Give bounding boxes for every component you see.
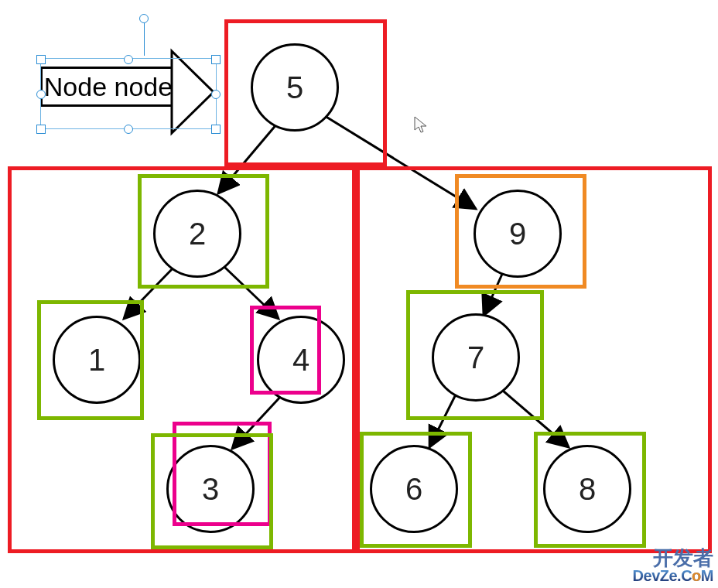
tree-node-7: 7 [432, 313, 520, 402]
tree-node-6: 6 [370, 445, 458, 533]
svg-line-4 [124, 267, 174, 319]
selection-box[interactable] [40, 58, 217, 129]
tree-node-8: 8 [543, 445, 631, 533]
svg-line-3 [325, 116, 476, 209]
diagram-stage: { "diagram": { "arrow_label": "Node node… [0, 0, 718, 588]
tree-node-4: 4 [257, 316, 345, 404]
tree-node-9: 9 [474, 190, 562, 278]
tree-node-2: 2 [153, 190, 241, 278]
tree-node-5: 5 [251, 43, 339, 132]
watermark: 开发者 DevZe.CoM [633, 548, 713, 583]
rotate-handle[interactable] [139, 14, 149, 23]
mouse-cursor-icon [414, 116, 428, 139]
svg-line-2 [218, 124, 277, 193]
svg-line-8 [429, 393, 456, 447]
svg-line-6 [232, 395, 282, 449]
tree-node-3: 3 [166, 445, 255, 533]
svg-line-9 [503, 391, 569, 447]
tree-node-1: 1 [53, 316, 141, 404]
svg-line-5 [224, 267, 279, 319]
svg-line-7 [484, 272, 503, 316]
